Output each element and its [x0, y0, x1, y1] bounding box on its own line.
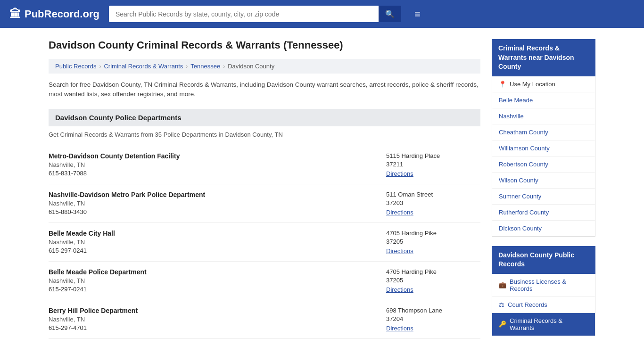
record-entry: Nashville-Davidson Metro Park Police Dep…	[49, 184, 480, 223]
entry-name: Belle Meade Police Department	[49, 268, 386, 276]
sidebar-nearby-item[interactable]: Cheatham County	[492, 124, 595, 140]
entries-container: Metro-Davidson County Detention Facility…	[49, 146, 480, 339]
sidebar-nearby-item[interactable]: Rutherford County	[492, 205, 595, 221]
section-subtitle: Get Criminal Records & Warrants from 35 …	[49, 131, 480, 138]
entry-phone: 615-880-3430	[49, 208, 386, 215]
entry-name: Belle Meade City Hall	[49, 230, 386, 237]
menu-button[interactable]: ≡	[411, 6, 424, 22]
sidebar: Criminal Records & Warrants near Davidso…	[492, 39, 595, 346]
page-description: Search for free Davidson County, TN Crim…	[49, 80, 480, 99]
search-button[interactable]: 🔍	[379, 6, 401, 22]
entry-address: 4705 Harding Pike	[386, 230, 480, 237]
sidebar-item-icon: ⚖	[499, 301, 504, 308]
directions-link[interactable]: Directions	[386, 209, 413, 216]
entry-zip: 37211	[386, 161, 480, 168]
sidebar-nearby-item[interactable]: Williamson County	[492, 140, 595, 156]
page-wrapper: Davidson County Criminal Records & Warra…	[39, 28, 605, 357]
page-title: Davidson County Criminal Records & Warra…	[49, 39, 480, 51]
sidebar-nearby-item[interactable]: Wilson County	[492, 173, 595, 189]
sidebar-item-label: Nashville	[499, 113, 524, 120]
breadcrumb-sep-3: ›	[223, 63, 225, 70]
search-bar: 🔍	[109, 6, 401, 22]
entry-left: Berry Hill Police Department Nashville, …	[49, 307, 386, 332]
sidebar-nearby-item[interactable]: 📍Use My Location	[492, 76, 595, 92]
sidebar-nearby-item[interactable]: Sumner County	[492, 189, 595, 205]
entry-address: 5115 Harding Place	[386, 152, 480, 159]
breadcrumb: Public Records › Criminal Records & Warr…	[49, 59, 480, 74]
entry-city: Nashville, TN	[49, 316, 386, 323]
directions-link[interactable]: Directions	[386, 247, 413, 255]
search-input[interactable]	[109, 6, 379, 22]
sidebar-item-label: Belle Meade	[499, 97, 533, 104]
entry-name: Berry Hill Police Department	[49, 307, 386, 314]
sidebar-item-label: Criminal Records & Warrants	[510, 317, 588, 331]
sidebar-item-label: Robertson County	[499, 161, 548, 168]
sidebar-item-icon: 📍	[499, 81, 506, 88]
sidebar-item-label: Use My Location	[510, 81, 555, 88]
sidebar-nearby-item[interactable]: Belle Meade	[492, 92, 595, 108]
entry-zip: 37205	[386, 238, 480, 245]
entry-city: Nashville, TN	[49, 200, 386, 207]
sidebar-nearby-item[interactable]: Robertson County	[492, 156, 595, 173]
sidebar-item-label: Cheatham County	[499, 129, 548, 136]
directions-link[interactable]: Directions	[386, 170, 413, 177]
entry-zip: 37203	[386, 199, 480, 206]
logo-icon: 🏛	[9, 8, 21, 21]
sidebar-item-label: Williamson County	[499, 145, 550, 152]
breadcrumb-sep-2: ›	[186, 63, 188, 70]
sidebar-public-records-item[interactable]: 💼Business Licenses & Records	[492, 274, 595, 297]
breadcrumb-sep-1: ›	[99, 63, 101, 70]
sidebar-item-label: Court Records	[508, 301, 547, 308]
logo[interactable]: 🏛 PubRecord.org	[9, 8, 99, 21]
sidebar-item-label: Wilson County	[499, 177, 538, 184]
entry-city: Nashville, TN	[49, 277, 386, 284]
entry-phone: 615-297-4701	[49, 324, 386, 331]
entry-right: 4705 Harding Pike 37205 Directions	[386, 230, 480, 255]
sidebar-item-label: Dickson County	[499, 225, 542, 232]
entry-left: Nashville-Davidson Metro Park Police Dep…	[49, 191, 386, 216]
record-entry: Berry Hill Police Department Nashville, …	[49, 300, 480, 339]
entry-city: Nashville, TN	[49, 161, 386, 168]
entry-address: 4705 Harding Pike	[386, 268, 480, 275]
breadcrumb-davidson-county: Davidson County	[228, 63, 274, 70]
header: 🏛 PubRecord.org 🔍 ≡	[0, 0, 644, 28]
sidebar-item-label: Rutherford County	[499, 209, 549, 216]
entry-zip: 37205	[386, 277, 480, 284]
directions-link[interactable]: Directions	[386, 325, 413, 332]
record-entry: Belle Meade Police Department Nashville,…	[49, 262, 480, 300]
entry-left: Belle Meade City Hall Nashville, TN 615-…	[49, 230, 386, 255]
sidebar-item-icon: 🔑	[499, 321, 506, 328]
entry-right: 5115 Harding Place 37211 Directions	[386, 152, 480, 177]
directions-link[interactable]: Directions	[386, 286, 413, 293]
sidebar-item-label: Sumner County	[499, 193, 541, 200]
entry-name: Nashville-Davidson Metro Park Police Dep…	[49, 191, 386, 198]
entry-right: 511 Oman Street 37203 Directions	[386, 191, 480, 216]
sidebar-public-records-list: 💼Business Licenses & Records⚖Court Recor…	[492, 274, 595, 336]
breadcrumb-criminal-records[interactable]: Criminal Records & Warrants	[104, 63, 183, 70]
sidebar-public-records-item[interactable]: ⚖Court Records	[492, 297, 595, 313]
sidebar-public-records-item[interactable]: 🔑Criminal Records & Warrants	[492, 313, 595, 336]
entry-phone: 615-297-0241	[49, 286, 386, 293]
logo-text: PubRecord.org	[25, 8, 99, 20]
entry-phone: 615-297-0241	[49, 247, 386, 254]
sidebar-nearby-item[interactable]: Dickson County	[492, 221, 595, 236]
entry-phone: 615-831-7088	[49, 170, 386, 177]
sidebar-item-label: Business Licenses & Records	[510, 278, 588, 292]
entry-right: 698 Thompson Lane 37204 Directions	[386, 307, 480, 332]
entry-zip: 37204	[386, 315, 480, 322]
entry-left: Metro-Davidson County Detention Facility…	[49, 152, 386, 177]
sidebar-item-icon: 💼	[499, 281, 506, 288]
entry-address: 698 Thompson Lane	[386, 307, 480, 314]
sidebar-nearby-item[interactable]: Nashville	[492, 108, 595, 124]
record-entry: Metro-Davidson County Detention Facility…	[49, 146, 480, 184]
main-content: Davidson County Criminal Records & Warra…	[49, 39, 480, 346]
breadcrumb-public-records[interactable]: Public Records	[55, 63, 96, 70]
entry-city: Nashville, TN	[49, 239, 386, 246]
entry-address: 511 Oman Street	[386, 191, 480, 198]
entry-name: Metro-Davidson County Detention Facility	[49, 152, 386, 160]
breadcrumb-tennessee[interactable]: Tennessee	[190, 63, 220, 70]
sidebar-public-records-title: Davidson County Public Records	[492, 246, 595, 274]
sidebar-nearby-list: 📍Use My LocationBelle MeadeNashvilleChea…	[492, 76, 595, 237]
sidebar-nearby-title: Criminal Records & Warrants near Davidso…	[492, 39, 595, 76]
record-entry: Belle Meade City Hall Nashville, TN 615-…	[49, 223, 480, 262]
